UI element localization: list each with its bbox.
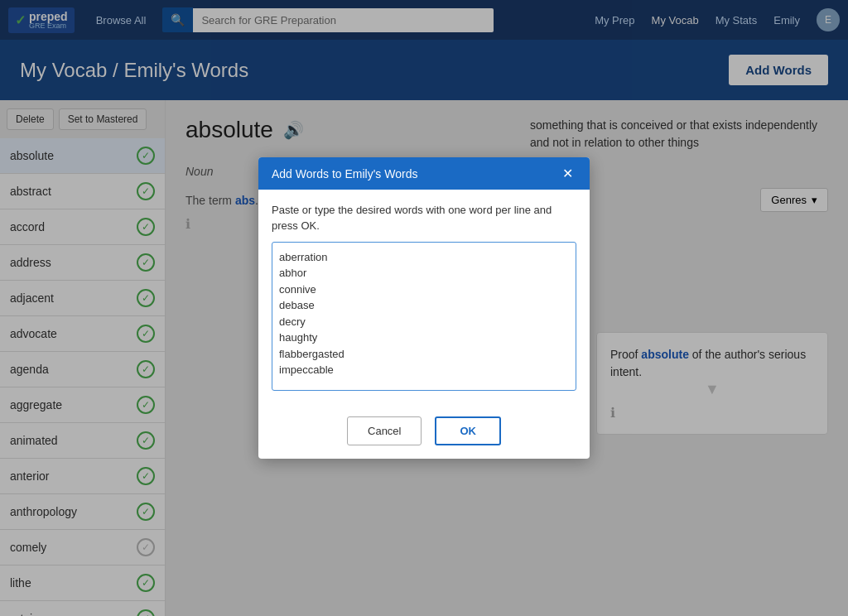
modal-overlay[interactable]: Add Words to Emily's Words ✕ Paste or ty… (0, 0, 848, 616)
modal-textarea[interactable] (272, 242, 576, 391)
modal-body: Paste or type the desired words with one… (258, 190, 590, 406)
modal-header: Add Words to Emily's Words ✕ (258, 157, 590, 190)
modal-instruction: Paste or type the desired words with one… (272, 203, 576, 233)
modal-footer: Cancel OK (258, 407, 590, 459)
modal-cancel-button[interactable]: Cancel (347, 416, 422, 445)
modal-close-button[interactable]: ✕ (559, 166, 576, 181)
modal-title: Add Words to Emily's Words (272, 167, 417, 180)
add-words-modal: Add Words to Emily's Words ✕ Paste or ty… (258, 157, 590, 458)
modal-ok-button[interactable]: OK (435, 416, 501, 445)
